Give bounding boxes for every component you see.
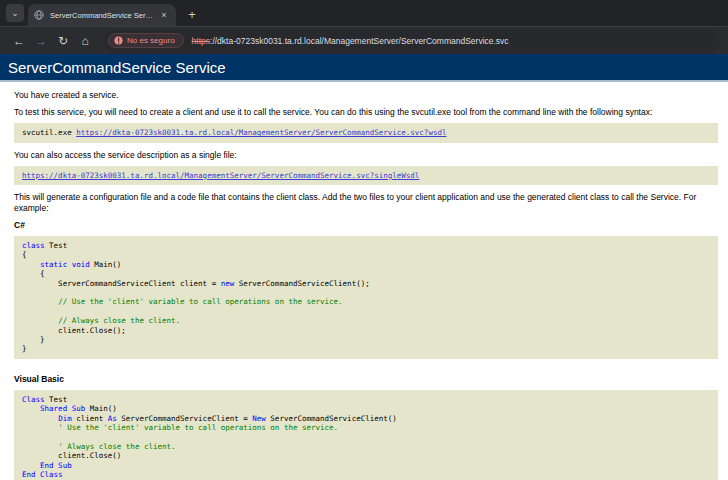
security-badge[interactable]: No es seguro — [108, 33, 184, 48]
not-secure-icon — [114, 36, 123, 45]
tab-close-icon[interactable]: × — [158, 9, 170, 21]
address-bar[interactable]: No es seguro https://dkta-0723sk0031.ta.… — [104, 30, 720, 52]
csharp-label: C# — [14, 220, 718, 230]
home-icon: ⌂ — [81, 34, 88, 48]
url-text: https://dkta-0723sk0031.ta.rd.local/Mana… — [192, 36, 509, 46]
single-file-text: You can also access the service descript… — [14, 150, 718, 160]
svcutil-prefix: svcutil.exe — [22, 128, 76, 137]
single-wsdl-link[interactable]: https://dkta-0723sk0031.ta.rd.local/Mana… — [22, 171, 419, 180]
wsdl-link[interactable]: https://dkta-0723sk0031.ta.rd.local/Mana… — [76, 128, 446, 137]
url-path: ://dkta-0723sk0031.ta.rd.local/Managemen… — [210, 36, 509, 46]
page-title: ServerCommandService Service — [8, 59, 226, 76]
tab-strip: ⌄ ServerCommandService Service × + — [0, 0, 728, 26]
forward-button[interactable]: → — [30, 30, 52, 52]
reload-icon: ↻ — [58, 34, 68, 48]
csharp-code-sample: class Test{ static void Main() { ServerC… — [14, 236, 718, 359]
reload-button[interactable]: ↻ — [52, 30, 74, 52]
service-page-banner: ServerCommandService Service — [0, 54, 728, 82]
back-button[interactable]: ← — [8, 30, 30, 52]
test-instructions-text: To test this service, you will need to c… — [14, 107, 718, 117]
single-wsdl-box: https://dkta-0723sk0031.ta.rd.local/Mana… — [14, 166, 718, 185]
created-service-text: You have created a service. — [14, 90, 718, 100]
generate-instructions-text: This will generate a configuration file … — [14, 192, 718, 212]
url-scheme-struck: https — [192, 36, 210, 46]
home-button[interactable]: ⌂ — [74, 30, 96, 52]
back-arrow-icon: ← — [13, 34, 25, 48]
svcutil-command-box: svcutil.exe https://dkta-0723sk0031.ta.r… — [14, 123, 718, 142]
tab-menu-button[interactable]: ⌄ — [6, 4, 24, 22]
page-content: You have created a service. To test this… — [0, 82, 728, 480]
chevron-down-icon: ⌄ — [11, 8, 19, 18]
tab-title: ServerCommandService Service — [50, 11, 153, 20]
new-tab-button[interactable]: + — [182, 4, 202, 24]
globe-favicon-icon — [34, 10, 44, 20]
visual-basic-label: Visual Basic — [14, 374, 718, 384]
browser-tab[interactable]: ServerCommandService Service × — [28, 4, 176, 26]
security-badge-label: No es seguro — [127, 36, 175, 45]
vb-code-sample: Class Test Shared Sub Main() Dim client … — [14, 390, 718, 480]
forward-arrow-icon: → — [35, 34, 47, 48]
browser-toolbar: ← → ↻ ⌂ No es seguro https://dkta-0723sk… — [0, 26, 728, 54]
